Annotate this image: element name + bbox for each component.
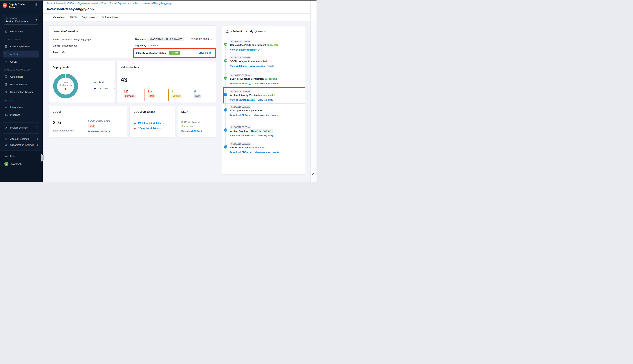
tab-overview[interactable]: Overview: [53, 14, 64, 21]
view-log-entry-link[interactable]: View log entry: [258, 99, 274, 101]
event-title: SBOM generated: [230, 146, 249, 149]
sidebar-item-code-repositories[interactable]: Code Repositories: [0, 44, 43, 49]
slsa-card: SLSA SLSA Verification Successful Downlo…: [177, 106, 216, 137]
download-sbom-link[interactable]: Download SBOM: [88, 130, 110, 133]
sidebar-collapse-handle[interactable]: ◀: [42, 154, 44, 162]
sidebar-item-organization-settings[interactable]: Organization Settings: [0, 142, 43, 148]
download-slsa-link[interactable]: Download SLSA: [230, 114, 251, 117]
info-icon[interactable]: [36, 138, 38, 140]
deny-list-violations-link[interactable]: 2 Deny list Violations: [134, 127, 161, 130]
breadcrumb-current[interactable]: lavakush07/easy-buggy-app: [144, 2, 172, 4]
pre-prod-legend-marker: [94, 88, 96, 89]
event-slsa-provenance-verification: 01/16/2025 03:27pm SLSA provenance verif…: [230, 74, 302, 77]
page-header: Account: Automation-SSCA › Organization:…: [43, 0, 316, 14]
sidebar-item-remediation-tracker[interactable]: Remediation Tracker: [0, 89, 43, 94]
page-title: lavakush07/easy-buggy-app: [47, 7, 94, 11]
vulnerabilities-card: Vulnerabilities 43 12 CRITICAL 15 HIGH 7…: [116, 61, 216, 103]
integrations-icon: [4, 106, 8, 109]
signed-by-value: Lavakush: [148, 44, 158, 47]
project-selector[interactable]: PROJECT Product Exploratory ❯: [3, 15, 40, 24]
sbom-quality-label: SBOM Quality Score: [88, 120, 110, 122]
chevron-right-icon: ❯: [36, 126, 38, 129]
sidebar-item-integrations[interactable]: Integrations: [0, 104, 43, 110]
view-execution-results-link[interactable]: View execution results: [230, 99, 255, 101]
help-chat-icon: ?: [4, 154, 8, 158]
sidebar-divider: [3, 122, 40, 122]
page-right-gutter: [310, 0, 316, 182]
event-title: SLSA provenance verification: [230, 78, 264, 80]
view-execution-results-link[interactable]: View execution results: [250, 65, 274, 68]
view-violations-link[interactable]: View violations: [230, 65, 246, 68]
breadcrumb-separator-icon: ›: [130, 2, 131, 4]
sbom-divider: [82, 114, 82, 133]
legend-item-prod[interactable]: Prod 1: [94, 81, 116, 84]
breadcrumb-artifacts[interactable]: Artifacts: [132, 2, 140, 4]
event-title: Deployed to Prod2 environment: [230, 44, 266, 46]
pipeline-hexagon-icon: [224, 59, 228, 62]
event-title: Artifact Signing: [230, 130, 248, 132]
sidebar-item-artifacts[interactable]: Artifacts: [0, 52, 43, 56]
view-execution-results-link[interactable]: View execution results: [254, 151, 279, 154]
view-log-entry-link[interactable]: View log entry: [258, 134, 274, 137]
tab-sbom[interactable]: SBOM: [70, 14, 77, 21]
sbom-violations-card: SBOM Violations 637 Allow list Violation…: [130, 106, 175, 137]
section-label-risk: RISK AND COMPLIANCE: [4, 69, 39, 71]
support-chat-icon[interactable]: [312, 171, 316, 176]
breadcrumb-project[interactable]: Project: Product Exploratory: [102, 2, 129, 4]
sidebar-item-pipelines[interactable]: Pipelines: [0, 112, 43, 117]
tab-deployments[interactable]: Deployments: [82, 14, 97, 21]
slsa-verification-label: SLSA Verification: [181, 121, 200, 124]
signature-value[interactable]: MEQCICde2VjIT...bL+2+mqnOXw==: [148, 37, 184, 41]
avatar: L: [4, 162, 8, 166]
breadcrumb-organization[interactable]: Organization: default: [78, 2, 98, 4]
sidebar-item-project-settings[interactable]: Project Settings ❯: [0, 125, 43, 130]
app-window: Supply Chain Security PROJECT Product Ex…: [0, 0, 316, 182]
module-grid-icon[interactable]: [34, 3, 37, 6]
view-execution-results-link[interactable]: View execution results: [230, 134, 255, 137]
sidebar-item-help[interactable]: ? Help: [0, 154, 43, 158]
download-slsa-link[interactable]: Download SLSA: [181, 130, 203, 132]
tab-vulnerabilities[interactable]: Vulnerabilities: [102, 14, 118, 21]
shield-logo-icon: [2, 3, 7, 8]
tags-label: Tags:: [53, 51, 58, 54]
severity-high: 15 HIGH: [144, 89, 155, 101]
view-execution-results-link[interactable]: View execution results: [254, 82, 278, 85]
external-link-icon: [209, 52, 211, 54]
sidebar-item-get-started[interactable]: Get Started: [0, 29, 43, 34]
sidebar-item-cicd[interactable]: CI/CD: [0, 59, 43, 64]
event-status: successful: [267, 44, 279, 46]
scan-circle-icon: [224, 108, 228, 112]
sidebar-user[interactable]: L Lavakush: [0, 161, 43, 166]
chain-events-count: (7 events): [255, 30, 266, 33]
download-slsa-link[interactable]: Download SLSA: [230, 82, 251, 85]
event-timestamp: 01/16/2025 03:27pm: [230, 56, 251, 59]
view-execution-results-link[interactable]: View execution results: [254, 114, 278, 117]
sidebar-item-account-settings[interactable]: Account Settings: [0, 136, 43, 141]
download-icon: [200, 130, 203, 132]
legend-item-pre-prod[interactable]: Pre Prod 0: [94, 87, 116, 90]
pipeline-hexagon-icon: [224, 76, 228, 80]
pipelines-icon: [4, 113, 8, 116]
sbom-total: 216: [53, 120, 61, 126]
download-icon: [249, 83, 251, 85]
event-artifact-integrity-verification: 01/16/2025 03:26pm Artifact Integrity Ve…: [230, 90, 302, 93]
sbom-quality-score: 6.13: [88, 124, 95, 128]
info-icon[interactable]: [36, 144, 38, 146]
external-link-icon: [258, 49, 260, 51]
event-artifact-signing: 01/16/2025 03:26pm Artifact Signing Sign…: [230, 125, 302, 129]
sbom-violations-title: SBOM Violations: [134, 110, 155, 113]
sidebar-item-compliance[interactable]: Compliance: [0, 74, 43, 79]
sbom-card: SBOM 216 Total Dependencies SBOM Quality…: [49, 106, 127, 137]
signature-label: Signature:: [135, 38, 146, 40]
project-name: Product Exploratory: [6, 20, 28, 23]
sidebar-item-rule-definitions[interactable]: Rule Definitions: [0, 82, 43, 87]
section-label-supply-chain: SUPPLY CHAIN: [4, 39, 39, 41]
view-deployment-details-link[interactable]: View deployment details: [230, 48, 260, 51]
warning-triangle-icon: [134, 122, 136, 124]
download-sbom-link[interactable]: Download SBOM: [230, 151, 252, 154]
view-log-link[interactable]: View log: [199, 52, 211, 54]
active-tab-underline: [53, 21, 65, 21]
breadcrumb-account[interactable]: Account: Automation-SSCA: [47, 2, 74, 4]
project-cube-icon: [6, 17, 8, 19]
allow-list-violations-link[interactable]: 637 Allow list Violations: [134, 122, 164, 124]
